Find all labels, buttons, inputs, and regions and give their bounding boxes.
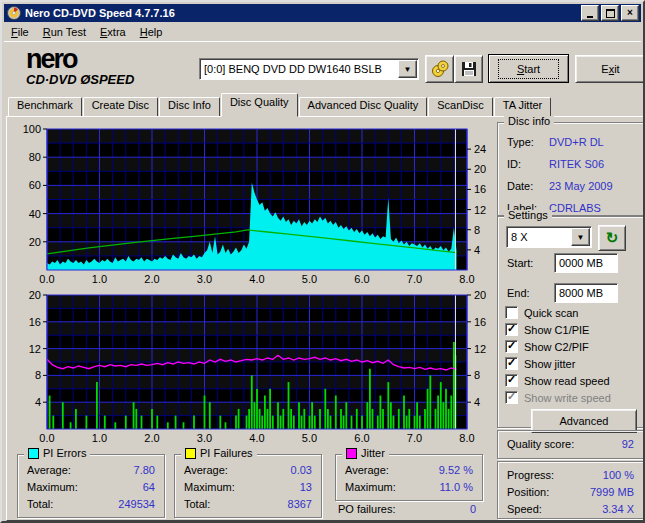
tab-ta-jitter[interactable]: TA Jitter xyxy=(494,97,552,117)
speed-select-value: 8 X xyxy=(511,231,528,243)
average-label: Average: xyxy=(345,464,389,476)
menu-file[interactable]: File xyxy=(4,24,36,40)
show-c1-pie-checkbox[interactable]: ✓ Show C1/PIE xyxy=(505,323,589,336)
svg-text:8.0: 8.0 xyxy=(459,273,474,285)
cd-dvd-speed-logo-text: CD·DVD ØSPEED xyxy=(26,73,134,86)
position-value: 7999 MB xyxy=(590,486,634,498)
pi-errors-title: PI Errors xyxy=(43,448,86,459)
nero-logo: nero CD·DVD ØSPEED xyxy=(26,46,134,86)
drive-select[interactable]: [0:0] BENQ DVD DD DW1640 BSLB ▼ xyxy=(199,58,419,80)
total-label: Total: xyxy=(184,498,210,510)
tab-benchmark[interactable]: Benchmark xyxy=(8,97,82,117)
po-failures-value: 0 xyxy=(470,503,476,515)
quality-score-label: Quality score: xyxy=(507,438,574,450)
svg-text:7.0: 7.0 xyxy=(407,273,422,285)
exit-button[interactable]: Exit xyxy=(575,55,645,83)
speed-select[interactable]: 8 X ▼ xyxy=(506,226,592,248)
svg-text:1.0: 1.0 xyxy=(92,432,107,444)
check-icon: ✓ xyxy=(507,374,516,385)
checkbox-box: ✓ xyxy=(505,374,518,387)
svg-text:8: 8 xyxy=(474,369,480,381)
svg-text:3.0: 3.0 xyxy=(197,273,212,285)
disc-info-title: Disc info xyxy=(504,116,554,127)
save-button[interactable] xyxy=(454,55,483,83)
svg-text:4.0: 4.0 xyxy=(249,432,264,444)
jitter-average: 9.52 % xyxy=(439,464,473,476)
disc-type-label: Type: xyxy=(507,136,534,148)
svg-text:20: 20 xyxy=(29,236,41,248)
settings-group: Settings 8 X ▼ ↻ Start: 0000 MB End: 800… xyxy=(497,216,644,428)
minimize-button[interactable] xyxy=(581,5,599,21)
close-button[interactable]: × xyxy=(621,5,639,21)
svg-text:100: 100 xyxy=(23,123,41,135)
tab-advanced-disc-quality[interactable]: Advanced Disc Quality xyxy=(299,97,428,117)
disc-label-value: CDRLABS xyxy=(549,202,601,214)
quality-score-value: 92 xyxy=(622,438,634,450)
show-c2-pif-checkbox[interactable]: ✓ Show C2/PIF xyxy=(505,340,589,353)
show-read-speed-checkbox[interactable]: ✓ Show read speed xyxy=(505,374,610,387)
disc-id-label: ID: xyxy=(507,158,521,170)
chevron-down-icon: ▼ xyxy=(577,233,585,242)
check-icon: ✓ xyxy=(507,340,516,351)
show-write-speed-checkbox: ✓ Show write speed xyxy=(505,391,611,404)
total-label: Total: xyxy=(27,498,53,510)
refresh-icon: ↻ xyxy=(606,231,619,245)
discs-icon xyxy=(431,60,449,78)
svg-text:40: 40 xyxy=(29,208,41,220)
pi-errors-stats: PI Errors Average:7.80 Maximum:64 Total:… xyxy=(17,454,165,518)
maximum-label: Maximum: xyxy=(27,481,78,493)
average-label: Average: xyxy=(184,464,228,476)
show-jitter-checkbox[interactable]: ✓ Show jitter xyxy=(505,357,575,370)
svg-text:7.0: 7.0 xyxy=(407,432,422,444)
pi-errors-maximum: 64 xyxy=(143,481,155,493)
start-button[interactable]: Start xyxy=(488,54,569,83)
average-label: Average: xyxy=(27,464,71,476)
pi-failures-title: PI Failures xyxy=(200,448,253,459)
svg-text:6.0: 6.0 xyxy=(354,273,369,285)
tab-scandisc[interactable]: ScanDisc xyxy=(428,97,492,117)
pi-failures-stats: PI Failures Average:0.03 Maximum:13 Tota… xyxy=(174,454,322,518)
menu-help[interactable]: Help xyxy=(133,24,170,40)
svg-text:60: 60 xyxy=(29,179,41,191)
svg-text:16: 16 xyxy=(29,316,41,328)
speed-label: Speed: xyxy=(507,503,542,515)
refresh-button[interactable]: ↻ xyxy=(598,225,626,251)
end-position-field[interactable]: 8000 MB xyxy=(554,283,618,303)
quality-score-panel: Quality score: 92 xyxy=(497,430,644,459)
svg-text:2.0: 2.0 xyxy=(144,432,159,444)
menu-bar: File Run Test Extra Help xyxy=(4,22,641,41)
pi-failures-maximum: 13 xyxy=(300,481,312,493)
drive-select-arrow[interactable]: ▼ xyxy=(398,60,417,78)
checkbox-box: ✓ xyxy=(505,323,518,336)
svg-text:5.0: 5.0 xyxy=(302,432,317,444)
nero-logo-text: nero xyxy=(26,46,134,73)
settings-title: Settings xyxy=(504,210,552,221)
svg-text:6.0: 6.0 xyxy=(354,432,369,444)
progress-panel: Progress:100 % Position:7999 MB Speed:3.… xyxy=(497,461,644,519)
maximum-label: Maximum: xyxy=(184,481,235,493)
tab-disc-quality[interactable]: Disc Quality xyxy=(221,93,298,117)
speed-select-arrow[interactable]: ▼ xyxy=(571,228,590,246)
progress-label: Progress: xyxy=(507,469,554,481)
start-position-field[interactable]: 0000 MB xyxy=(554,253,618,273)
pi-failures-jitter-chart: 48121620481216200.01.02.03.04.05.06.07.0… xyxy=(15,290,489,448)
disc-tools-button[interactable] xyxy=(425,55,454,83)
menu-run-test[interactable]: Run Test xyxy=(36,24,93,40)
tab-strip: Benchmark Create Disc Disc Info Disc Qua… xyxy=(8,96,641,117)
maximize-button[interactable] xyxy=(601,5,619,21)
po-failures-label: PO failures: xyxy=(338,503,395,515)
svg-text:8: 8 xyxy=(474,224,480,236)
quick-scan-checkbox[interactable]: ✓ Quick scan xyxy=(505,306,578,319)
check-icon: ✓ xyxy=(507,323,516,334)
tab-disc-info[interactable]: Disc Info xyxy=(159,97,220,117)
svg-text:20: 20 xyxy=(474,290,486,301)
check-icon: ✓ xyxy=(507,391,516,402)
svg-text:4.0: 4.0 xyxy=(249,273,264,285)
tab-create-disc[interactable]: Create Disc xyxy=(83,97,158,117)
save-icon xyxy=(461,61,477,77)
menu-extra[interactable]: Extra xyxy=(93,24,133,40)
svg-text:8.0: 8.0 xyxy=(459,432,474,444)
disc-id-value: RITEK S06 xyxy=(549,158,604,170)
checkbox-box: ✓ xyxy=(505,340,518,353)
app-window: Nero CD-DVD Speed 4.7.7.16 × File Run Te… xyxy=(0,0,645,523)
